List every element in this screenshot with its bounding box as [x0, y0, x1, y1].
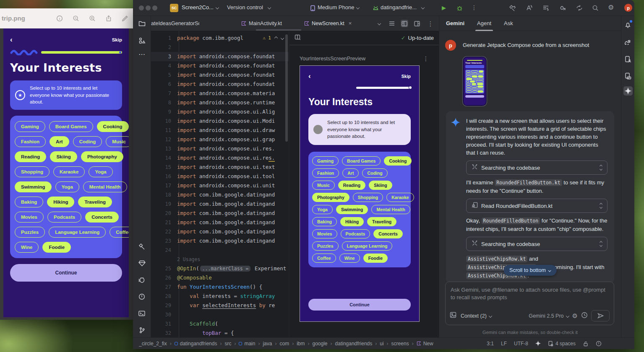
- chevron-down-icon[interactable]: [378, 22, 381, 25]
- code-line[interactable]: 13import androidx.compose.ui.res.: [151, 144, 289, 153]
- editor-list-icon[interactable]: [388, 20, 396, 27]
- window-minimize-button[interactable]: [146, 5, 151, 10]
- code-line[interactable]: 8import androidx.compose.runtime: [151, 98, 289, 107]
- code-line[interactable]: 3import androidx.compose.foundat: [151, 52, 289, 61]
- app-quality-insights-icon[interactable]: [138, 259, 146, 267]
- device-manager-icon[interactable]: [623, 71, 633, 80]
- window-zoom-button[interactable]: [152, 5, 157, 10]
- breadcrumb-item[interactable]: New: [417, 341, 433, 347]
- code-line[interactable]: 4import androidx.compose.foundat: [151, 61, 289, 70]
- breadcrumb-item[interactable]: google: [312, 341, 327, 347]
- code-line[interactable]: 18import com.ibm.google.datingand: [151, 190, 289, 199]
- gemini-status-sparkle-icon[interactable]: [535, 341, 541, 346]
- gradle-elephant-icon[interactable]: [623, 38, 633, 47]
- model-selector[interactable]: Gemini 2.5 Pro: [529, 313, 568, 319]
- breadcrumb-item[interactable]: screens: [391, 341, 409, 347]
- vcs-widget[interactable]: Version control: [227, 4, 263, 10]
- encoding-indicator[interactable]: UTF-8: [514, 341, 528, 347]
- code-line[interactable]: 5import androidx.compose.foundat: [151, 70, 289, 80]
- search-icon[interactable]: [592, 5, 599, 11]
- code-line[interactable]: 27fun YourInterestsScreen() {: [151, 282, 289, 292]
- code-line[interactable]: 6import androidx.compose.foundat: [151, 80, 289, 89]
- code-line[interactable]: 22import com.ibm.google.datingand: [151, 227, 289, 236]
- code-line[interactable]: 17import androidx.compose.ui.unit: [151, 181, 289, 190]
- markup-pencil-icon[interactable]: [121, 15, 129, 22]
- code-line[interactable]: 12import androidx.compose.ui.grap: [151, 135, 289, 144]
- inspections-icon[interactable]: [596, 341, 602, 347]
- previous-problem-icon[interactable]: [274, 36, 278, 40]
- run-button[interactable]: ▶: [442, 5, 446, 11]
- inspection-widget[interactable]: ⚠ 1: [263, 34, 284, 43]
- code-line[interactable]: 19import com.ibm.google.datingand: [151, 199, 289, 209]
- info-icon[interactable]: [56, 15, 63, 22]
- close-tab-icon[interactable]: ×: [349, 20, 352, 26]
- code-line[interactable]: 11import androidx.compose.ui.draw: [151, 126, 289, 135]
- run-configuration-selector[interactable]: datingandfrie...: [381, 4, 417, 10]
- code-line[interactable]: 25@OptIn(...markerClass = Experiment: [151, 264, 289, 273]
- code-line[interactable]: 26@Composable: [151, 273, 289, 282]
- gemini-prompt-input[interactable]: Ask Gemini, use @filename to attach sour…: [445, 282, 614, 325]
- logcat-icon[interactable]: [138, 276, 146, 284]
- code-line[interactable]: 10import androidx.compose.ui.Modi: [151, 116, 289, 126]
- gemini-settings-icon[interactable]: ⚙: [572, 313, 578, 319]
- build-icon[interactable]: [509, 5, 516, 11]
- tab-agent[interactable]: Agent: [477, 16, 491, 31]
- code-line[interactable]: 9import androidx.compose.ui.Alig: [151, 107, 289, 116]
- code-line[interactable]: 32 topBar = {: [151, 329, 289, 337]
- tab-scrollbar[interactable]: [256, 29, 301, 31]
- resource-manager-icon[interactable]: [138, 36, 146, 44]
- code-line[interactable]: 20import com.ibm.google.datingand: [151, 209, 289, 218]
- context-selector[interactable]: Context (2): [461, 313, 492, 319]
- preview-window-titlebar[interactable]: trip.png: [0, 8, 133, 28]
- editor-scrollbar[interactable]: [285, 34, 288, 142]
- attached-screenshot-thumbnail[interactable]: Your Interests: [463, 57, 487, 106]
- code-line[interactable]: 31 Scaffold(: [151, 319, 289, 329]
- gemini-tool-window-icon[interactable]: [623, 86, 633, 96]
- problems-icon[interactable]: [138, 292, 146, 301]
- device-selector[interactable]: Medium Phone: [318, 4, 354, 10]
- preview-layout-mode-icon[interactable]: [295, 34, 301, 42]
- user-avatar[interactable]: p: [624, 4, 632, 12]
- tab-newscreen[interactable]: NewScreen.kt ×: [304, 16, 352, 31]
- project-selector[interactable]: Screen2Co...: [182, 4, 214, 10]
- more-tool-windows-icon[interactable]: ⋯: [138, 50, 146, 59]
- tool-call-card[interactable]: Searching the codebase: [466, 160, 607, 175]
- history-clock-icon[interactable]: [581, 312, 588, 320]
- code-line[interactable]: 21import com.ibm.google.datingand: [151, 218, 289, 227]
- share-icon[interactable]: [105, 15, 112, 22]
- zoom-out-icon[interactable]: [72, 15, 80, 22]
- running-devices-icon[interactable]: [623, 54, 633, 64]
- code-line[interactable]: 24: [151, 246, 289, 255]
- tab-ask[interactable]: Ask: [504, 16, 513, 31]
- code-line[interactable]: 15import androidx.compose.ui.text: [151, 163, 289, 172]
- breadcrumb-item[interactable]: main: [239, 341, 255, 347]
- breadcrumb-item[interactable]: java: [263, 341, 272, 347]
- breadcrumb-item[interactable]: ibm: [297, 341, 305, 347]
- breadcrumb-item[interactable]: src: [224, 341, 231, 347]
- indent-indicator[interactable]: 4 spaces: [548, 341, 576, 347]
- more-run-options-icon[interactable]: ⋮: [471, 5, 477, 10]
- preview-menu-icon[interactable]: ⋮: [423, 55, 429, 62]
- breadcrumb-item[interactable]: _circle_2_fix: [139, 341, 167, 347]
- expander-icon[interactable]: [600, 203, 602, 208]
- attach-debugger-icon[interactable]: [559, 5, 566, 11]
- version-control-icon[interactable]: [138, 326, 146, 334]
- code-line[interactable]: 1package com.ibm.googl⚠ 1: [151, 34, 289, 43]
- code-line[interactable]: 14import androidx.compose.ui.res.: [151, 153, 289, 163]
- editor-more-icon[interactable]: ⋮: [427, 20, 434, 27]
- send-button[interactable]: [591, 310, 610, 321]
- code-line[interactable]: 30: [151, 310, 289, 319]
- tool-call-card[interactable]: Searching the codebase: [466, 237, 607, 251]
- expander-icon[interactable]: [600, 165, 602, 170]
- lock-icon[interactable]: [583, 341, 589, 347]
- code-line[interactable]: 7import androidx.compose.materia: [151, 89, 289, 98]
- project-icon[interactable]: SC: [170, 4, 178, 12]
- profiler-icon[interactable]: [526, 5, 532, 11]
- tab-dateideasgeneratorscreen[interactable]: ateIdeasGeneratorScreen.kt: [151, 16, 199, 31]
- usages-hint-row[interactable]: 2 Usages: [151, 255, 289, 264]
- todo-list-icon[interactable]: [542, 5, 549, 11]
- sync-project-icon[interactable]: [576, 5, 583, 11]
- code-line[interactable]: 28 val interests = stringArray: [151, 292, 289, 301]
- breadcrumb-item[interactable]: datingandfriends: [335, 341, 373, 347]
- next-problem-icon[interactable]: [281, 36, 284, 40]
